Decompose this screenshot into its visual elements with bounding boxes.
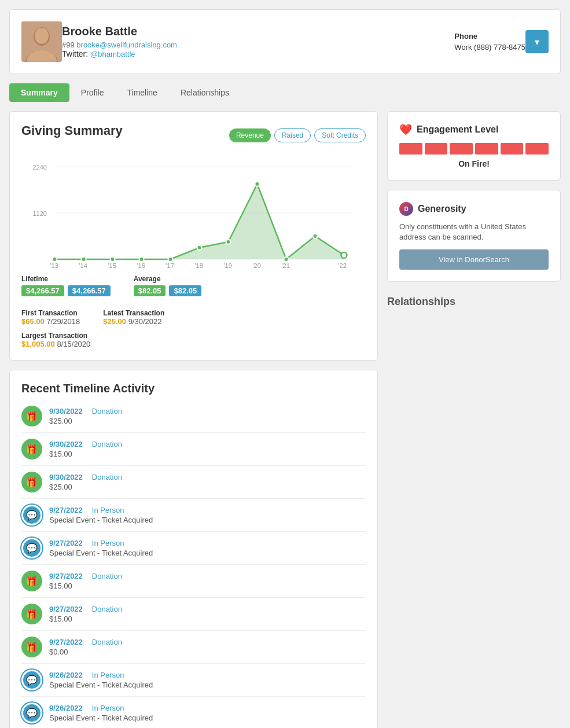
revenue-button[interactable]: Revenue bbox=[229, 128, 271, 142]
stats-grid: Lifetime $4,266.57 $4,266.57 Average $82… bbox=[21, 275, 366, 296]
timeline-content: 9/30/2022 Donation $15.00 bbox=[49, 440, 366, 458]
svg-point-17 bbox=[226, 240, 231, 244]
svg-text:2240: 2240 bbox=[33, 164, 47, 171]
timeline-item: 💬 9/27/2022 In Person Special Event - Ti… bbox=[21, 532, 366, 565]
average-green-badge: $82.05 bbox=[134, 285, 166, 296]
tab-timeline[interactable]: Timeline bbox=[116, 83, 169, 102]
donation-icon: 🎁 bbox=[21, 439, 42, 459]
profile-id: #99 brooke@swellfundraising.com bbox=[62, 41, 431, 49]
lifetime-stat: Lifetime $4,266.57 $4,266.57 bbox=[21, 275, 111, 296]
raised-button[interactable]: Raised bbox=[274, 128, 311, 142]
engagement-bar-6 bbox=[525, 143, 549, 155]
timeline-item: 💬 9/26/2022 In Person Special Event - Ti… bbox=[21, 664, 366, 697]
svg-point-11 bbox=[53, 257, 57, 262]
lifetime-green-badge: $4,266.57 bbox=[21, 285, 64, 296]
tab-profile[interactable]: Profile bbox=[69, 83, 116, 102]
engagement-bar-1 bbox=[399, 143, 422, 155]
timeline-content: 9/27/2022 Donation $15.00 bbox=[49, 572, 366, 590]
profile-name: Brooke Battle bbox=[62, 25, 431, 38]
timeline-item: 🎁 9/30/2022 Donation $25.00 bbox=[21, 466, 366, 499]
soft-credits-button[interactable]: Soft Credits bbox=[314, 128, 366, 142]
profile-dropdown-button[interactable]: ▾ bbox=[525, 30, 549, 53]
timeline-content: 9/27/2022 In Person Special Event - Tick… bbox=[49, 506, 366, 524]
svg-text:'15: '15 bbox=[108, 262, 116, 268]
generosity-icon: D bbox=[399, 202, 413, 216]
relationships-section: Relationships bbox=[387, 291, 561, 312]
timeline-list: 🎁 9/30/2022 Donation $25.00 🎁 bbox=[21, 400, 366, 728]
left-column: Giving Summary Revenue Raised Soft Credi… bbox=[9, 111, 378, 728]
tab-summary[interactable]: Summary bbox=[9, 83, 69, 102]
average-blue-badge: $82.05 bbox=[169, 285, 201, 296]
svg-point-16 bbox=[197, 245, 202, 250]
engagement-title: ❤️ Engagement Level bbox=[399, 123, 549, 136]
twitter-link[interactable]: @bhambattle bbox=[90, 50, 135, 58]
timeline-content: 9/30/2022 Donation $25.00 bbox=[49, 473, 366, 491]
timeline-content: 9/26/2022 In Person Special Event - Tick… bbox=[49, 671, 366, 689]
timeline-item: 💬 9/26/2022 In Person Special Event - Ti… bbox=[21, 697, 366, 728]
svg-text:'20: '20 bbox=[253, 262, 261, 268]
svg-point-14 bbox=[139, 257, 144, 262]
timeline-content: 9/30/2022 Donation $25.00 bbox=[49, 407, 366, 425]
svg-text:'13: '13 bbox=[50, 262, 58, 268]
generosity-card: D Generosity Only constituents with a Un… bbox=[387, 190, 561, 282]
svg-text:'19: '19 bbox=[224, 262, 232, 268]
svg-text:'17: '17 bbox=[166, 262, 174, 268]
svg-point-18 bbox=[255, 182, 260, 186]
svg-point-21 bbox=[341, 252, 347, 258]
engagement-bar-3 bbox=[450, 143, 473, 155]
person-icon: 💬 bbox=[21, 703, 42, 723]
profile-header: Brooke Battle #99 brooke@swellfundraisin… bbox=[9, 9, 561, 74]
timeline-item: 🎁 9/30/2022 Donation $25.00 bbox=[21, 400, 366, 433]
svg-point-15 bbox=[168, 257, 173, 262]
person-icon: 💬 bbox=[21, 538, 42, 558]
giving-summary-card: Giving Summary Revenue Raised Soft Credi… bbox=[9, 111, 378, 361]
svg-text:'21: '21 bbox=[282, 262, 290, 268]
svg-text:'16: '16 bbox=[137, 262, 145, 268]
giving-chart: 2240 1120 bbox=[21, 152, 366, 268]
engagement-card: ❤️ Engagement Level On Fire! bbox=[387, 111, 561, 181]
timeline-item: 🎁 9/27/2022 Donation $15.00 bbox=[21, 565, 366, 598]
svg-point-13 bbox=[111, 257, 115, 262]
svg-text:'14: '14 bbox=[79, 262, 87, 268]
svg-point-3 bbox=[35, 28, 49, 44]
svg-text:1120: 1120 bbox=[33, 210, 47, 217]
chart-svg: 2240 1120 bbox=[21, 152, 366, 268]
donation-icon: 🎁 bbox=[21, 604, 42, 624]
engagement-bars bbox=[399, 143, 549, 155]
engagement-status: On Fire! bbox=[399, 159, 549, 168]
view-in-donorsearch-button[interactable]: View in DonorSearch bbox=[399, 249, 549, 270]
relationships-title: Relationships bbox=[387, 291, 561, 312]
timeline-content: 9/26/2022 In Person Special Event - Tick… bbox=[49, 704, 366, 722]
timeline-item: 🎁 9/27/2022 Donation $15.00 bbox=[21, 598, 366, 631]
engagement-bar-5 bbox=[501, 143, 524, 155]
timeline-content: 9/27/2022 In Person Special Event - Tick… bbox=[49, 539, 366, 557]
tabs-bar: Summary Profile Timeline Relationships bbox=[9, 83, 561, 102]
email-link[interactable]: brooke@swellfundraising.com bbox=[76, 41, 177, 49]
person-icon: 💬 bbox=[21, 505, 42, 525]
profile-twitter: Twitter: @bhambattle bbox=[62, 49, 431, 58]
person-icon: 💬 bbox=[21, 670, 42, 690]
timeline-item: 💬 9/27/2022 In Person Special Event - Ti… bbox=[21, 499, 366, 532]
timeline-content: 9/27/2022 Donation $15.00 bbox=[49, 605, 366, 623]
timeline-item: 🎁 9/30/2022 Donation $15.00 bbox=[21, 433, 366, 466]
largest-transaction: Largest Transaction $1,005.00 8/15/2020 bbox=[21, 332, 366, 348]
generosity-title: D Generosity bbox=[399, 202, 549, 216]
lifetime-blue-badge: $4,266.57 bbox=[68, 285, 111, 296]
average-stat: Average $82.05 $82.05 bbox=[134, 275, 202, 296]
chart-controls: Revenue Raised Soft Credits bbox=[229, 128, 366, 142]
donation-icon: 🎁 bbox=[21, 406, 42, 426]
donation-icon: 🎁 bbox=[21, 571, 42, 591]
donation-icon: 🎁 bbox=[21, 472, 42, 492]
svg-text:'18: '18 bbox=[195, 262, 203, 268]
transaction-stats: First Transaction $65.00 7/29/2018 Lates… bbox=[21, 303, 366, 326]
content-layout: Giving Summary Revenue Raised Soft Credi… bbox=[9, 111, 561, 728]
giving-summary-title: Giving Summary bbox=[21, 123, 123, 138]
phone-number: Work (888) 778-8475 bbox=[454, 43, 525, 52]
timeline-item: 🎁 9/27/2022 Donation $0.00 bbox=[21, 631, 366, 664]
donation-icon: 🎁 bbox=[21, 637, 42, 657]
right-column: ❤️ Engagement Level On Fire! D Generos bbox=[387, 111, 561, 312]
profile-info: Brooke Battle #99 brooke@swellfundraisin… bbox=[62, 25, 431, 58]
timeline-content: 9/27/2022 Donation $0.00 bbox=[49, 638, 366, 656]
svg-point-20 bbox=[313, 234, 318, 238]
tab-relationships[interactable]: Relationships bbox=[169, 83, 241, 102]
